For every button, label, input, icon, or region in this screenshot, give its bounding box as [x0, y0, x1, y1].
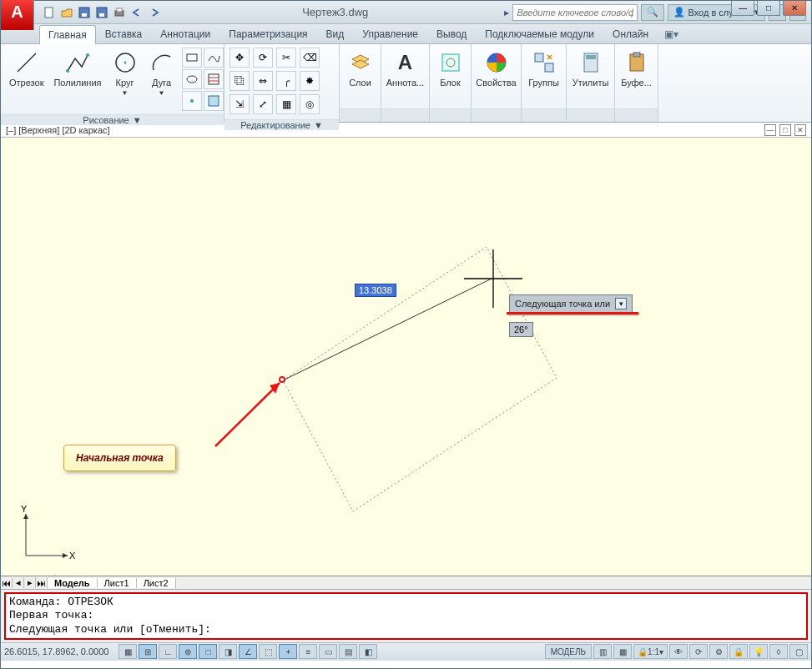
search-button[interactable]: 🔍: [641, 4, 664, 21]
dropdown-icon[interactable]: ▾: [615, 298, 627, 309]
point-icon[interactable]: [182, 91, 202, 111]
array-icon[interactable]: ▦: [276, 94, 296, 114]
drawing-canvas[interactable]: 13.3038 Следующая точка или ▾ 26° Началь…: [1, 138, 811, 576]
tab-plugins[interactable]: Подключаемые модули: [476, 24, 603, 43]
svg-rect-18: [209, 96, 219, 106]
svg-marker-36: [23, 514, 28, 519]
coordinates-readout[interactable]: 26.6015, 17.8962, 0.0000: [4, 646, 117, 656]
panel-clipboard[interactable]: Буфе...: [615, 44, 658, 122]
vp-maximize-icon[interactable]: □: [779, 124, 791, 136]
hatch-icon[interactable]: [204, 69, 224, 89]
layout-tab-sheet2[interactable]: Лист2: [137, 578, 176, 588]
maximize-button[interactable]: □: [757, 1, 780, 16]
layout-tab-sheet1[interactable]: Лист1: [98, 578, 137, 588]
qp-toggle[interactable]: ▤: [339, 644, 357, 659]
tpy-toggle[interactable]: ▭: [319, 644, 337, 659]
quickview-layouts-icon[interactable]: ▥: [593, 644, 612, 659]
nav-last-icon[interactable]: ⏭: [36, 578, 48, 588]
workspace-icon[interactable]: ⚙: [709, 644, 728, 659]
offset-icon[interactable]: ◎: [300, 94, 320, 114]
polar-toggle[interactable]: ⊕: [179, 644, 197, 659]
tab-insert[interactable]: Вставка: [96, 24, 152, 43]
osnap-toggle[interactable]: □: [199, 644, 217, 659]
qat-saveas-icon[interactable]: [93, 4, 110, 21]
nav-next-icon[interactable]: ▸: [24, 577, 36, 588]
dynamic-dimension[interactable]: 13.3038: [355, 284, 396, 297]
isolate-icon[interactable]: ◊: [769, 644, 788, 659]
panel-expand-icon[interactable]: ▼: [314, 120, 323, 130]
qat-save-icon[interactable]: [76, 4, 93, 21]
toolbar-lock-icon[interactable]: 🔒: [729, 644, 748, 659]
qat-open-icon[interactable]: [58, 4, 75, 21]
panel-properties[interactable]: Свойства: [472, 44, 522, 122]
panel-utilities[interactable]: Утилиты: [567, 44, 615, 122]
nav-first-icon[interactable]: ⏮: [1, 578, 13, 588]
polyline-button[interactable]: Полилиния: [50, 48, 104, 89]
scale-icon[interactable]: ⤢: [253, 94, 273, 114]
3dosnap-toggle[interactable]: ◨: [219, 644, 237, 659]
qat-print-icon[interactable]: [111, 4, 128, 21]
ellipse-icon[interactable]: [182, 69, 202, 89]
spline-icon[interactable]: [204, 48, 224, 68]
fillet-icon[interactable]: ╭: [276, 71, 296, 91]
panel-expand-icon[interactable]: ▼: [133, 115, 142, 125]
tab-online[interactable]: Онлайн: [603, 24, 658, 43]
trim-icon[interactable]: ✂: [276, 48, 296, 68]
qat-new-icon[interactable]: [41, 4, 58, 21]
cleanscreen-icon[interactable]: ▢: [789, 644, 808, 659]
search-input[interactable]: [512, 4, 638, 21]
region-icon[interactable]: [204, 91, 224, 111]
rotate-icon[interactable]: ⟳: [253, 48, 273, 68]
app-menu-button[interactable]: A: [1, 0, 34, 30]
snap-toggle[interactable]: ▦: [119, 644, 137, 659]
layout-tab-model[interactable]: Модель: [48, 578, 98, 588]
annovisibility-icon[interactable]: 👁: [669, 644, 688, 659]
ortho-toggle[interactable]: ∟: [159, 644, 177, 659]
sc-toggle[interactable]: ◧: [359, 644, 377, 659]
grid-toggle[interactable]: ⊞: [139, 644, 157, 659]
ducs-toggle[interactable]: ⬚: [259, 644, 277, 659]
minimize-button[interactable]: —: [731, 1, 754, 16]
tab-annotate[interactable]: Аннотации: [151, 24, 219, 43]
svg-line-7: [18, 53, 36, 72]
modelspace-button[interactable]: МОДЕЛЬ: [545, 644, 592, 659]
line-button[interactable]: Отрезок: [6, 48, 47, 89]
annoscale-button[interactable]: 🔒 1:1▾: [633, 644, 668, 659]
hardware-accel-icon[interactable]: 💡: [749, 644, 768, 659]
qat-redo-icon[interactable]: [146, 4, 163, 21]
copy-icon[interactable]: ⿻: [229, 71, 250, 91]
mirror-icon[interactable]: ⇔: [253, 71, 273, 91]
nav-prev-icon[interactable]: ◂: [13, 577, 24, 588]
panel-groups[interactable]: Группы: [522, 44, 567, 122]
quickview-drawings-icon[interactable]: ▦: [613, 644, 632, 659]
qat-undo-icon[interactable]: [129, 4, 145, 21]
panel-layers[interactable]: Слои: [340, 44, 381, 122]
dyn-toggle[interactable]: +: [279, 644, 297, 659]
annosync-icon[interactable]: ⟳: [689, 644, 708, 659]
erase-icon[interactable]: ⌫: [300, 48, 320, 68]
viewport-label-text[interactable]: [–] [Верхняя] [2D каркас]: [6, 125, 110, 135]
arc-button[interactable]: Дуга▼: [145, 48, 179, 98]
vp-minimize-icon[interactable]: —: [764, 124, 776, 136]
modify-tools: ✥ ⟳ ✂ ⌫ ⿻ ⇔ ╭ ✸ ⇲ ⤢ ▦ ◎: [229, 48, 321, 116]
ribbon-expand-icon[interactable]: ▣▾: [658, 25, 685, 43]
rectangle-icon[interactable]: [182, 48, 202, 68]
command-line[interactable]: Команда: ОТРЕЗОК Первая точка: Следующая…: [4, 592, 808, 640]
panel-block[interactable]: Блок: [430, 44, 472, 122]
panel-annotation[interactable]: AАннота...: [381, 44, 430, 122]
lwt-toggle[interactable]: ≡: [299, 644, 317, 659]
tab-parametric[interactable]: Параметризация: [219, 24, 316, 43]
command-prompt[interactable]: Следующая точка или [оТменить]:: [9, 623, 803, 636]
vp-close-icon[interactable]: ✕: [794, 124, 806, 136]
tab-output[interactable]: Вывод: [427, 24, 476, 43]
close-button[interactable]: ✕: [783, 1, 806, 16]
tab-view[interactable]: Вид: [317, 24, 354, 43]
svg-rect-2: [82, 13, 87, 17]
circle-button[interactable]: Круг▼: [108, 48, 142, 98]
move-icon[interactable]: ✥: [229, 48, 250, 68]
tab-manage[interactable]: Управление: [353, 24, 427, 43]
explode-icon[interactable]: ✸: [300, 71, 320, 91]
stretch-icon[interactable]: ⇲: [229, 94, 250, 114]
tab-home[interactable]: Главная: [39, 25, 96, 44]
otrack-toggle[interactable]: ∠: [239, 644, 257, 659]
